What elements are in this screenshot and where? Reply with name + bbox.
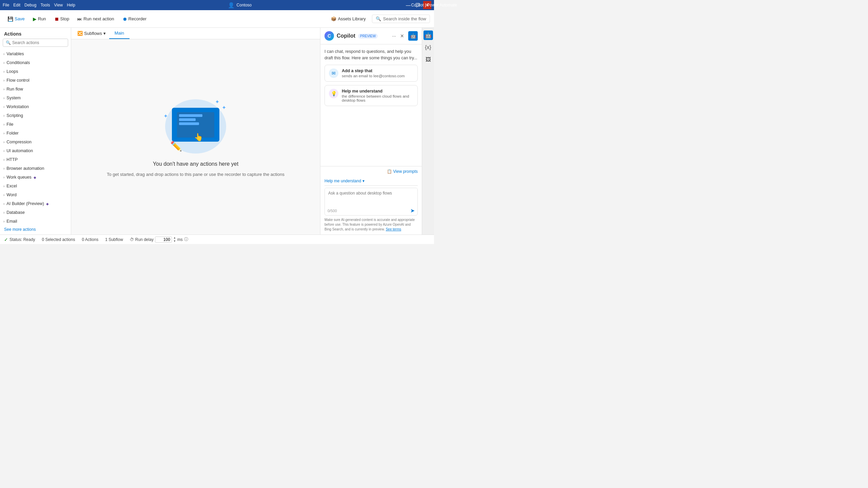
chevron-right-icon: › [3, 158, 4, 162]
action-item[interactable]: › Email [0, 217, 71, 224]
chevron-right-icon: › [3, 96, 4, 100]
action-item[interactable]: › File [0, 120, 71, 129]
run-delay-input[interactable] [155, 237, 172, 243]
action-item[interactable]: › Compression [0, 138, 71, 146]
chevron-right-icon: › [3, 176, 4, 179]
chevron-right-icon: › [3, 193, 4, 197]
menu-debug[interactable]: Debug [24, 3, 36, 7]
chevron-right-icon: › [3, 167, 4, 170]
recorder-button[interactable]: ⏺ Recorder [119, 15, 150, 23]
increment-icon[interactable]: ▲ [173, 236, 176, 240]
run-delay-group: ⏱ Run delay ▲ ▼ ms ⓘ [130, 236, 188, 243]
action-item[interactable]: › UI automation [0, 146, 71, 155]
info-icon[interactable]: ⓘ [184, 237, 188, 242]
run-button[interactable]: ▶ Run [29, 15, 50, 23]
chevron-right-icon: › [3, 114, 4, 118]
char-count-row: 0/500 ➤ [325, 207, 417, 215]
send-button[interactable]: ➤ [410, 207, 415, 214]
action-item[interactable]: › Variables [0, 49, 71, 58]
action-item[interactable]: › Folder [0, 129, 71, 138]
stop-icon: ⏹ [54, 16, 59, 22]
menu-view[interactable]: View [54, 3, 63, 7]
run-next-button[interactable]: ⏭ Run next action [74, 15, 117, 23]
menu-bar[interactable]: File Edit Debug Tools View Help [3, 3, 75, 7]
decrement-icon[interactable]: ▼ [173, 240, 176, 243]
app-title: Copilot | Power Automate [411, 3, 434, 7]
chevron-right-icon: › [3, 131, 4, 135]
search-icon: 🔍 [6, 40, 11, 45]
see-more-actions-link[interactable]: See more actions [0, 224, 71, 235]
tabs-bar: 🔀 Subflows ▾ Main [71, 28, 320, 39]
actions-title: Actions [0, 28, 71, 39]
stop-button[interactable]: ⏹ Stop [51, 15, 73, 23]
run-next-icon: ⏭ [77, 16, 82, 22]
save-button[interactable]: 💾 Save [4, 15, 28, 23]
search-flow-icon: 🔍 [376, 16, 381, 21]
sparkle-icon-1: ✦ [215, 99, 219, 105]
action-item[interactable]: › HTTP [0, 155, 71, 164]
action-item[interactable]: › Database [0, 208, 71, 217]
suggestion-help-understand-title: Help me understand [342, 89, 413, 94]
action-item[interactable]: › Excel [0, 182, 71, 190]
view-prompts-button[interactable]: 📋 View prompts [324, 169, 418, 174]
chevron-right-icon: › [3, 220, 4, 223]
menu-file[interactable]: File [3, 3, 9, 7]
premium-icon: ◆ [46, 202, 49, 206]
action-item[interactable]: › Conditionals [0, 58, 71, 67]
run-delay-label: Run delay [135, 237, 154, 242]
sparkle-icon-2: ✦ [222, 104, 226, 111]
copilot-logo: C [324, 31, 334, 41]
suggestion-card-add-step[interactable]: ✉ Add a step that sends an email to lee@… [324, 65, 418, 82]
run-delay-stepper[interactable]: ▲ ▼ [173, 236, 176, 243]
chevron-right-icon: › [3, 202, 4, 206]
see-terms-link[interactable]: See terms [386, 227, 401, 231]
menu-help[interactable]: Help [67, 3, 75, 7]
pencil-icon: ✏️ [170, 141, 182, 152]
menu-tools[interactable]: Tools [40, 3, 50, 7]
menu-edit[interactable]: Edit [13, 3, 20, 7]
user-area: 👤 Contoso [228, 2, 252, 8]
assets-library-button[interactable]: 📦 Assets Library [328, 15, 369, 23]
chat-input-container: 0/500 ➤ [324, 188, 418, 216]
search-flow-button[interactable]: 🔍 Search inside the flow [372, 15, 430, 23]
status-label: Status: Ready [9, 237, 35, 242]
chevron-right-icon: › [3, 149, 4, 153]
laptop-bar-2 [179, 118, 196, 121]
help-me-understand-bar[interactable]: Help me understand ▾ [324, 177, 418, 186]
close-copilot-icon[interactable]: ✕ [399, 33, 406, 39]
action-item[interactable]: › Word [0, 190, 71, 199]
action-item[interactable]: › Loops [0, 67, 71, 76]
right-strip: 🤖 {x} 🖼 [422, 28, 434, 235]
action-item[interactable]: › AI Builder (Preview) ◆ [0, 199, 71, 208]
status-bar: ✓ Status: Ready 0 Selected actions 0 Act… [0, 235, 434, 244]
action-item[interactable]: › Workstation [0, 102, 71, 111]
settings-strip-icon[interactable]: 🖼 [423, 55, 433, 64]
actions-count: 0 Actions [82, 237, 98, 242]
help-understand-icon: 💡 [329, 89, 338, 98]
action-item[interactable]: › Flow control [0, 76, 71, 85]
toolbar: 💾 Save ▶ Run ⏹ Stop ⏭ Run next action ⏺ … [0, 10, 434, 28]
action-item[interactable]: › Run flow [0, 85, 71, 94]
variables-strip-icon[interactable]: {x} [423, 43, 433, 52]
chat-input[interactable] [325, 188, 417, 206]
actions-panel: Actions 🔍 › Variables › Conditionals › L… [0, 28, 71, 235]
suggestion-help-understand-desc: the difference between cloud flows and d… [342, 94, 413, 102]
subflows-button[interactable]: 🔀 Subflows ▾ [74, 28, 109, 39]
action-item[interactable]: › System [0, 94, 71, 102]
suggestion-card-help-understand[interactable]: 💡 Help me understand the difference betw… [324, 85, 418, 106]
search-input[interactable] [12, 40, 65, 45]
actions-search[interactable]: 🔍 [3, 39, 68, 47]
action-item[interactable]: › Scripting [0, 111, 71, 120]
canvas-content: ✦ ✦ ✦ 👆 ✏️ You don't have any actions he… [71, 39, 320, 235]
disclaimer-text: Make sure AI-generated content is accura… [324, 216, 418, 232]
suggestion-add-step-desc: sends an email to lee@contoso.com [342, 74, 405, 78]
save-icon: 💾 [7, 16, 13, 22]
action-item[interactable]: › Work queues ◆ [0, 173, 71, 182]
copilot-header-actions[interactable]: ··· ✕ [391, 33, 406, 39]
actions-list: › Variables › Conditionals › Loops › Flo… [0, 49, 71, 224]
copilot-strip-icon[interactable]: 🤖 [423, 30, 433, 40]
action-item[interactable]: › Browser automation [0, 164, 71, 173]
tab-main[interactable]: Main [109, 28, 130, 39]
more-options-icon[interactable]: ··· [391, 33, 397, 39]
copilot-active-button[interactable]: 🤖 [408, 31, 418, 41]
